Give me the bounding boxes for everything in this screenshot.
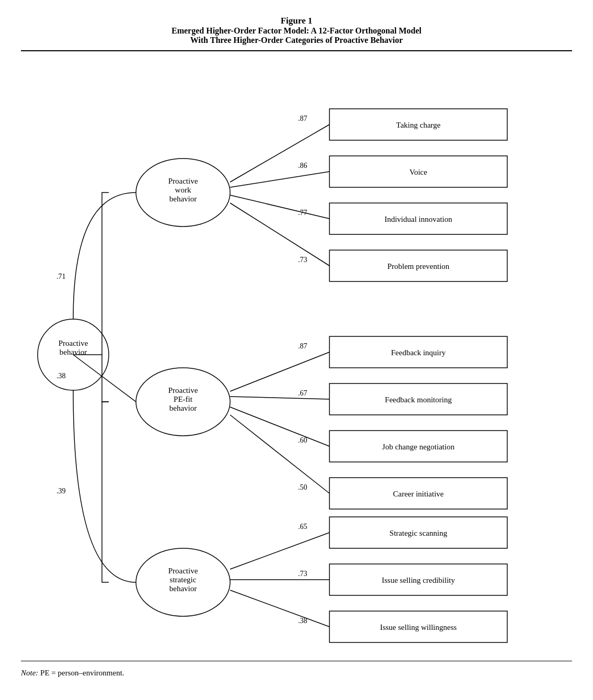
svg-text:Proactive: Proactive bbox=[168, 177, 198, 185]
label-individual-innovation: Individual innovation bbox=[384, 215, 452, 223]
svg-text:Proactive: Proactive bbox=[59, 339, 88, 347]
label-job-change: Job change negotiation bbox=[382, 443, 455, 451]
svg-text:behavior: behavior bbox=[169, 404, 197, 412]
loading-feedback-monitoring: .67 bbox=[298, 389, 307, 397]
line-strategic-willingness bbox=[230, 590, 329, 627]
loading-voice: .86 bbox=[298, 162, 307, 170]
loading-issue-credibility: .73 bbox=[298, 570, 307, 578]
title-line1: Figure 1 bbox=[21, 16, 572, 26]
loading-feedback-inquiry: .87 bbox=[298, 342, 307, 350]
line-work-voice bbox=[230, 172, 329, 187]
diagram-area: text { font-family: "Times New Roman", T… bbox=[21, 54, 572, 656]
note-text: Note: PE = person–environment. bbox=[21, 667, 572, 678]
label-problem-prevention: Problem prevention bbox=[387, 262, 450, 270]
note-label: Note: bbox=[21, 669, 38, 677]
label-taking-charge: Taking charge bbox=[396, 121, 441, 129]
title-line3: With Three Higher-Order Categories of Pr… bbox=[21, 36, 572, 45]
label-issue-selling-willingness: Issue selling willingness bbox=[380, 623, 457, 631]
loading-problem-prevention: .73 bbox=[298, 256, 307, 264]
loading-individual-innovation: .77 bbox=[298, 209, 307, 217]
label-voice: Voice bbox=[409, 168, 427, 176]
loading-ho-work: .71 bbox=[56, 273, 66, 280]
label-issue-selling-credibility: Issue selling credibility bbox=[382, 576, 455, 584]
label-career-initiative: Career initiative bbox=[393, 490, 443, 498]
line-pe-feedback-inquiry bbox=[230, 352, 329, 391]
bracket-pefit-strategic bbox=[102, 402, 109, 582]
label-feedback-inquiry: Feedback inquiry bbox=[391, 348, 446, 357]
svg-text:strategic: strategic bbox=[170, 575, 197, 584]
svg-text:Proactive: Proactive bbox=[168, 386, 198, 394]
label-strategic-scanning: Strategic scanning bbox=[390, 529, 448, 537]
note-content: PE = person–environment. bbox=[38, 669, 124, 677]
line-ho-work bbox=[73, 193, 136, 319]
diagram-svg: text { font-family: "Times New Roman", T… bbox=[21, 54, 572, 656]
svg-text:behavior: behavior bbox=[169, 584, 197, 593]
loading-issue-willingness: .38 bbox=[298, 617, 307, 625]
loading-career-initiative: .50 bbox=[298, 483, 307, 491]
bottom-rule bbox=[21, 661, 572, 661]
svg-text:Proactive: Proactive bbox=[168, 567, 198, 575]
svg-text:behavior: behavior bbox=[169, 195, 197, 203]
line-work-problem-prevention bbox=[230, 203, 329, 266]
loading-ho-pefit: .38 bbox=[56, 372, 66, 380]
top-rule bbox=[21, 50, 572, 51]
line-work-taking-charge bbox=[230, 125, 329, 182]
figure-title: Figure 1 Emerged Higher-Order Factor Mod… bbox=[21, 16, 572, 45]
loading-taking-charge: .87 bbox=[298, 115, 307, 122]
loading-ho-strategic: .39 bbox=[56, 487, 66, 495]
svg-text:PE-fit: PE-fit bbox=[174, 395, 193, 403]
loading-job-change: .60 bbox=[298, 436, 307, 444]
line-strategic-scanning bbox=[230, 533, 329, 569]
loading-strategic-scanning: .65 bbox=[298, 523, 307, 530]
line-ho-strategic bbox=[73, 390, 136, 582]
line-work-individual-innovation bbox=[230, 195, 329, 219]
line-pe-feedback-monitoring bbox=[230, 397, 329, 399]
svg-text:work: work bbox=[175, 186, 191, 194]
label-feedback-monitoring: Feedback monitoring bbox=[385, 396, 452, 404]
title-line2: Emerged Higher-Order Factor Model: A 12-… bbox=[21, 26, 572, 36]
